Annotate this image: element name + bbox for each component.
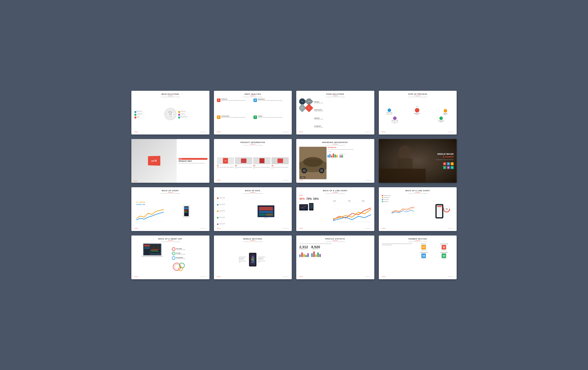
sol-list-3: SOME IDEASLorem ipsum dolor sit amet [314,118,371,120]
data-text-5: Lorem ipsum dolorsit amet consectetur [219,223,225,225]
puzzle-num-4: 03 [442,254,446,258]
smart-text-2: OPTIONSLorem ipsum dolor sit amet [176,252,185,255]
slide-7-content: BRAND INFORMATION Lorem ipsum dolor sit … [299,147,371,179]
slide-11-content: DETAILS 45% Lorem ipsum 70% Lorem ipsum … [299,195,371,228]
svg-rect-55 [144,245,150,246]
smart-circle-1: S [172,247,175,251]
data-text-3: Lorem ipsum dolorsit amet consectetur [219,210,225,212]
slide-10-content: Lorem ipsum dolorsit amet consectetur Lo… [217,195,289,228]
puzzle-01: OFFICIAL 01 Lorem ipsum dolor [414,243,433,251]
line-chart-12 [382,203,424,214]
slide-9-right [167,195,206,228]
slide-15-content: Lorem ipsum dolor sit amet consectetur a… [299,243,371,276]
slide-14-area: Lorem ipsum dolor sit amet consectetur a… [217,243,289,276]
slide-12-brand: FOCUS [382,228,386,229]
slide-7-divider [333,144,338,144]
solution-item-6: Marketing ResearchLorem ipsum dolor sit … [178,116,206,118]
slide-9-brand: FOCUS [134,228,138,229]
icon-box-6: ● [451,166,454,169]
sol-list-1: CHIP IMAGELorem ipsum dolor sit amet [314,102,371,104]
data-dot-1 [217,198,218,199]
svg-rect-60 [156,246,160,248]
slide-11-left: DETAILS 45% Lorem ipsum 70% Lorem ipsum … [299,195,332,228]
slide-15-stats: 2,312 Custom Profile Users [299,245,371,257]
slide-1-area: Marketing PlanLorem ipsum dolor sit amet… [134,98,206,131]
slide-12-page: Page Number: 38 [448,228,454,229]
slide-6-subtitle: Lorem ipsum dolor sit amet consectetur a… [217,145,289,146]
slide-7-image: BRAND [299,147,327,179]
svg-rect-61 [151,249,160,250]
prod-img-4 [271,157,289,164]
slide-13-right: S SOLUTIONSLorem ipsum dolor sit amet O … [172,243,206,276]
phone-mockup-9 [183,205,190,218]
slide-3-divider [333,96,338,96]
slide-15-title: PROFILE STATISTIC [299,238,371,240]
slide-11-page: Page Number: 37 [365,228,371,229]
prod-img-2 [235,157,252,164]
stat-label-2: Company Web Score [311,249,321,250]
mobile-screen: ▶ [250,254,255,265]
line-chart-11: 4506 7080 5590 [333,195,371,228]
diamond-3-text: IDEAS [301,108,303,108]
app-icon-3 [251,259,253,260]
slide-14-subtitle: Lorem ipsum dolor sit amet consectetur a… [217,241,289,242]
slide-13-footer: FOCUS Page Number: 39 [134,276,206,277]
mini-chart [328,152,338,158]
icon-box-3: ★ [451,162,454,165]
swot-text-o: OPPORTUNITIESLorem ipsum dolor sit amet … [221,116,246,118]
slide-6-footer: FOCUS Page Number: 22 [217,180,289,181]
diamond-1-text: CHIP [301,101,303,102]
laptop-screen [143,244,161,255]
slide-7-brand: FOCUS [299,180,303,181]
slide-11-right: 4506 7080 5590 [333,195,371,228]
legend-3: BREE QUALITY [382,199,424,200]
sol-icon-2 [134,114,136,116]
swot-text-t: THREATSLorem ipsum dolor sit amet consec… [258,116,282,118]
svg-text:4506: 4506 [333,200,336,202]
smart-text-3: INFOGRAPHICLorem ipsum dolor sit amet [176,257,185,259]
svg-text:75%: 75% [445,208,448,210]
slide-9-divider [168,192,173,192]
data-text-1: Lorem ipsum dolorsit amet consectetur [219,197,225,199]
svg-point-0 [167,110,174,117]
slide-6-divider [250,144,255,144]
slide-16-page: Page Number: 35 [448,276,454,277]
slide-13-area: S SOLUTIONSLorem ipsum dolor sit amet O … [134,243,206,276]
stat-val-45: 45% [299,197,305,200]
step-circle-4 [393,116,397,120]
svg-rect-62 [151,250,158,251]
slide-15-page: Page Number: 31 [365,276,371,277]
solution-item-5: Online ShopLorem ipsum dolor sit amet [178,114,206,116]
slide-4-divider [415,96,420,96]
slide-10-screen [243,195,289,228]
slide-16-brand: FOCUS [382,276,386,277]
slide-13-title: MOCK UP & SMART ART [134,238,206,240]
stat-45: 45% Lorem ipsum [299,197,305,201]
stat-val-55: 55% [313,197,319,200]
app-icon-1 [251,257,253,258]
slide-16-right: OFFICIAL 01 Lorem ipsum dolor PHOTOSHOP … [414,243,454,276]
sol-icon-3 [134,116,136,118]
svg-text:7080: 7080 [348,200,351,202]
title-part2: & Content [443,156,454,158]
svg-rect-9 [171,114,172,115]
app-row-1 [251,257,254,258]
slide-11-title: MOCK UP & LINE CHART [299,190,371,192]
slide-15-top-text: Lorem ipsum dolor sit amet consectetur a… [299,243,371,244]
data-text-2: Lorem ipsum dolorsit amet consectetur [219,204,225,206]
slide-16-left: Lorem ipsum dolor sit amet consectetur a… [382,243,413,276]
slide-8-title: SINGLE IMAGE & Content [437,153,454,158]
puzzle-03: MARKETING 03 Lorem ipsum dolor [434,252,454,259]
prod-num-4: 04 [271,165,289,166]
slide-10-brand: FOCUS [217,228,221,229]
svg-point-12 [303,157,323,167]
slide-grid: MAIN SOLUTIONS Lorem ipsum dolor sit ame… [131,91,457,280]
swot-o: O OPPORTUNITIESLorem ipsum dolor sit ame… [217,116,252,131]
sol-list-4: CUSTOMER ARTLorem ipsum dolor sit amet [314,126,371,128]
step-node-1: MARKET SHARE Lorem ipsum dolor [386,108,393,115]
icon-box-4: ♦ [443,166,446,169]
swot-letter-o: O [217,116,220,119]
swot-w: W WEAKNESSESLorem ipsum dolor sit amet c… [253,98,289,114]
step-label-3: COMMUNITY QUANTITY [442,113,449,115]
diamond-4: ART [305,104,313,112]
